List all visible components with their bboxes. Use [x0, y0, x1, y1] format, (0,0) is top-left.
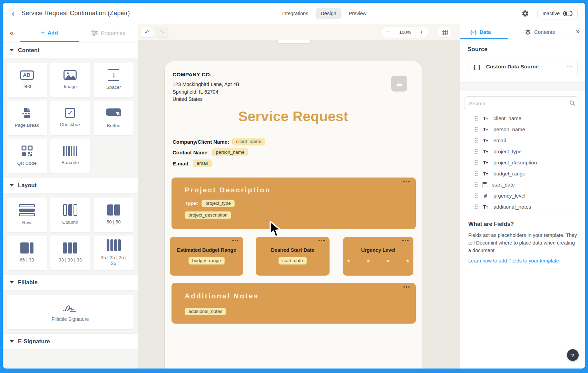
- image-placeholder-icon: [395, 79, 404, 88]
- field-tag[interactable]: project_type: [202, 200, 235, 207]
- drag-handle-icon[interactable]: [474, 204, 478, 210]
- additional-notes-block[interactable]: Additional Notes additional_notes: [172, 283, 416, 324]
- field-row-email[interactable]: E-mail: email: [173, 160, 212, 167]
- document-title[interactable]: Service Request: [165, 109, 422, 124]
- add-element-button[interactable]: Button: [94, 101, 134, 135]
- start-date-block[interactable]: Desired Start Date start_date: [256, 237, 330, 276]
- field-row-email[interactable]: email: [474, 135, 579, 146]
- field-tag[interactable]: project_description: [185, 211, 231, 219]
- source-menu-icon[interactable]: [567, 66, 572, 67]
- learn-fields-link[interactable]: Learn how to add Fields to your template: [468, 258, 577, 264]
- block-menu-icon[interactable]: [402, 240, 409, 241]
- drag-handle-icon[interactable]: [474, 160, 478, 165]
- search-icon: [570, 101, 574, 105]
- barcode-icon: [63, 146, 77, 156]
- field-row-additional-notes[interactable]: additional_notes: [474, 201, 579, 212]
- image-placeholder[interactable]: [391, 76, 407, 92]
- field-tag[interactable]: email: [193, 160, 212, 167]
- zoom-in-button[interactable]: +: [415, 27, 428, 38]
- drag-handle-icon[interactable]: [474, 182, 478, 188]
- section-e-signature[interactable]: E-Signature: [3, 333, 138, 350]
- field-tag[interactable]: person_name: [212, 149, 248, 156]
- search-input[interactable]: [464, 96, 578, 110]
- field-tag[interactable]: additional_notes: [185, 308, 226, 315]
- redo-button[interactable]: ↷: [156, 27, 168, 38]
- add-element-qr-code[interactable]: QR Code: [7, 138, 47, 173]
- add-layout-column[interactable]: Column: [50, 198, 90, 232]
- tab-add[interactable]: Add: [20, 24, 79, 42]
- urgency-level-block[interactable]: Urgency Level ★ ★ ★ ★ ★: [343, 237, 413, 276]
- budget-range-block[interactable]: Estimated Budget Range budget_range: [170, 237, 243, 276]
- tab-preview[interactable]: Preview: [344, 8, 372, 19]
- field-tag[interactable]: budget_range: [188, 257, 225, 265]
- add-element-checkbox[interactable]: Checkbox: [50, 101, 90, 135]
- undo-button[interactable]: ↶: [141, 27, 153, 38]
- add-element-image[interactable]: Image: [50, 63, 90, 97]
- add-layout-33-33-33[interactable]: 33 | 33 | 33: [50, 236, 90, 270]
- section-layout[interactable]: Layout: [3, 177, 138, 193]
- document-page[interactable]: COMPANY CO. 123 Mockingbird Lane, Apt 4B…: [164, 61, 422, 369]
- tab-data[interactable]: {≡} Data: [470, 24, 491, 39]
- block-menu-icon[interactable]: [232, 240, 238, 241]
- block-menu-icon[interactable]: [403, 286, 410, 288]
- drag-handle-icon[interactable]: [474, 138, 478, 143]
- collapse-panel-icon[interactable]: »: [576, 27, 580, 35]
- grid-toggle-button[interactable]: [438, 27, 451, 38]
- project-description-block[interactable]: Project Description Type: project_type p…: [172, 178, 416, 229]
- address-line: United States: [173, 96, 239, 103]
- view-tabs: Integrations Design Preview: [277, 8, 372, 19]
- add-element-page-break[interactable]: Page Break: [7, 101, 47, 135]
- block-menu-icon[interactable]: [318, 240, 325, 241]
- main-body: « Add Properties Content: [3, 24, 585, 369]
- add-element-barcode[interactable]: Barcode: [50, 138, 90, 173]
- drag-handle-icon[interactable]: [474, 116, 478, 121]
- field-row-budget-range[interactable]: budget_range: [474, 168, 579, 179]
- field-row-client-name[interactable]: client_name: [474, 113, 579, 124]
- company-address[interactable]: 123 Mockingbird Lane, Apt 4B Springfield…: [173, 81, 239, 103]
- field-tag[interactable]: client_name: [232, 138, 265, 145]
- block-menu-icon[interactable]: [403, 181, 410, 182]
- chevron-down-icon: [10, 281, 14, 284]
- section-fillable[interactable]: Fillable: [3, 274, 138, 290]
- custom-data-source-card[interactable]: {≡} Custom Data Source: [468, 58, 578, 75]
- grid-icon: [442, 30, 448, 35]
- add-layout-66-33[interactable]: 66 | 33: [7, 236, 47, 270]
- tab-properties[interactable]: Properties: [79, 24, 138, 42]
- zoom-out-button[interactable]: −: [382, 27, 395, 38]
- section-content[interactable]: Content: [3, 42, 138, 58]
- field-row-client-name[interactable]: Company/Client Name: client_name: [173, 138, 265, 145]
- add-element-text[interactable]: Text: [7, 63, 47, 97]
- drag-handle-icon[interactable]: [474, 193, 478, 199]
- help-button[interactable]: ?: [567, 349, 579, 361]
- field-tag[interactable]: start_date: [278, 257, 307, 265]
- field-row-project-type[interactable]: project_type: [474, 146, 579, 157]
- drag-handle-icon[interactable]: [474, 171, 478, 176]
- company-name[interactable]: COMPANY CO.: [173, 71, 212, 78]
- collapse-sidebar-icon[interactable]: «: [3, 29, 20, 38]
- field-row-project-description[interactable]: project_description: [474, 157, 579, 168]
- add-layout-50-50[interactable]: 50 | 50: [94, 198, 134, 232]
- tab-contents[interactable]: Contents: [525, 24, 555, 39]
- type-row: Type: project_type: [185, 200, 235, 207]
- status-toggle-button[interactable]: Inactive: [537, 8, 578, 19]
- field-row-contact-name[interactable]: Contact Name: person_name: [173, 149, 248, 156]
- add-layout-row[interactable]: Row: [7, 198, 47, 232]
- settings-gear-icon[interactable]: [521, 10, 529, 17]
- add-element-spacer[interactable]: Spacer: [94, 63, 134, 97]
- image-icon: [63, 70, 77, 80]
- drag-handle-icon[interactable]: [474, 127, 478, 132]
- add-fillable-signature[interactable]: Fillable Signature: [7, 295, 134, 329]
- qr-code-icon: [21, 145, 33, 157]
- field-type-icon: [482, 138, 489, 143]
- field-row-person-name[interactable]: person_name: [474, 124, 579, 135]
- field-row-start-date[interactable]: start_date: [474, 179, 579, 190]
- tab-integrations[interactable]: Integrations: [277, 8, 314, 19]
- field-row-urgency-level[interactable]: urgency_level: [474, 190, 579, 201]
- back-icon[interactable]: ‹: [10, 9, 16, 18]
- field-type-icon: [482, 182, 487, 187]
- drag-handle-icon[interactable]: [474, 149, 478, 154]
- tab-design[interactable]: Design: [315, 8, 341, 19]
- add-layout-25-25-25-25[interactable]: 25 | 25 | 25 | 25: [94, 236, 134, 270]
- canvas-workspace: COMPANY CO. 123 Mockingbird Lane, Apt 4B…: [138, 40, 460, 369]
- checkbox-icon: [65, 108, 75, 118]
